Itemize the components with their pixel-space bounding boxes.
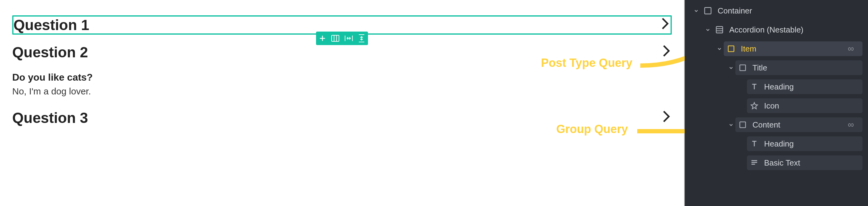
accordion-heading: Question 2 xyxy=(12,44,88,61)
tree-row-heading[interactable]: Heading xyxy=(692,77,863,96)
chevron-down-icon[interactable] xyxy=(715,46,724,51)
svg-rect-12 xyxy=(740,65,746,71)
structure-panel[interactable]: ContainerAccordion (Nestable)Item∞TitleH… xyxy=(685,0,868,206)
chevron-down-icon[interactable] xyxy=(727,122,735,128)
svg-rect-0 xyxy=(332,35,339,42)
chevron-right-icon[interactable] xyxy=(662,110,672,125)
tree-item-content[interactable]: Accordion (Nestable) xyxy=(712,22,863,37)
tree-item-content[interactable]: Title xyxy=(735,60,863,75)
block-icon xyxy=(738,63,747,72)
loop-icon: ∞ xyxy=(848,44,854,54)
tree-row-container[interactable]: Container xyxy=(692,1,863,20)
annotation-post-type-query: Post Type Query xyxy=(541,56,632,70)
tree-item-label: Icon xyxy=(764,101,779,111)
tree-item-label: Item xyxy=(741,44,756,54)
columns-icon[interactable] xyxy=(331,35,339,42)
tree-item-content[interactable]: Heading xyxy=(747,136,863,151)
add-icon[interactable] xyxy=(319,35,326,42)
stretch-horizontal-icon[interactable] xyxy=(345,35,353,42)
tree-row-content[interactable]: Content∞ xyxy=(692,115,863,134)
accordion-content-text: No, I'm a dog lover. xyxy=(12,86,672,97)
text-icon xyxy=(750,139,758,148)
tree-item-label: Heading xyxy=(764,82,794,92)
accordion-heading: Question 1 xyxy=(13,17,89,33)
tree-item-label: Content xyxy=(752,120,780,130)
tree-item-content[interactable]: Heading xyxy=(747,79,863,94)
annotation-group-query: Group Query xyxy=(556,123,628,136)
accordion-content-heading: Do you like cats? xyxy=(12,72,672,83)
tree-row-icon[interactable]: Icon xyxy=(692,96,863,115)
container-icon xyxy=(704,6,712,15)
star-icon xyxy=(750,101,758,110)
chevron-right-icon[interactable] xyxy=(661,18,671,32)
tree-row-accordion-nestable-[interactable]: Accordion (Nestable) xyxy=(692,20,863,39)
svg-rect-8 xyxy=(716,27,723,33)
block-icon xyxy=(727,45,735,53)
tree-item-label: Heading xyxy=(764,139,794,149)
tree-item-content[interactable]: Container xyxy=(701,3,863,18)
accordion-icon xyxy=(715,25,724,34)
tree-item-label: Title xyxy=(752,63,767,73)
tree-item-label: Basic Text xyxy=(764,158,800,168)
tree-row-title[interactable]: Title xyxy=(692,58,863,77)
element-toolbar[interactable] xyxy=(316,31,368,45)
block-icon xyxy=(738,121,747,129)
stretch-vertical-icon[interactable] xyxy=(358,34,365,42)
builder-canvas[interactable]: Question 1 Question 2 Do you like cats? … xyxy=(0,0,685,206)
tree-item-label: Container xyxy=(718,6,752,16)
tree-item-label: Accordion (Nestable) xyxy=(729,25,804,35)
tree-row-item[interactable]: Item∞ xyxy=(692,39,863,58)
svg-rect-13 xyxy=(740,122,746,128)
tree-item-content[interactable]: Item xyxy=(724,42,863,56)
chevron-down-icon[interactable] xyxy=(727,65,735,71)
accordion-heading: Question 3 xyxy=(12,109,88,126)
tree-item-content[interactable]: Content xyxy=(735,118,863,132)
svg-rect-11 xyxy=(728,46,734,52)
loop-icon: ∞ xyxy=(848,120,854,130)
chevron-down-icon[interactable] xyxy=(692,8,701,14)
tree-row-heading[interactable]: Heading xyxy=(692,134,863,153)
tree-item-content[interactable]: Basic Text xyxy=(747,155,863,170)
text-icon xyxy=(750,82,758,91)
paragraph-icon xyxy=(750,158,758,167)
svg-rect-7 xyxy=(705,8,711,14)
tree-row-basic-text[interactable]: Basic Text xyxy=(692,153,863,172)
tree-item-content[interactable]: Icon xyxy=(747,98,863,113)
chevron-down-icon[interactable] xyxy=(704,27,712,32)
